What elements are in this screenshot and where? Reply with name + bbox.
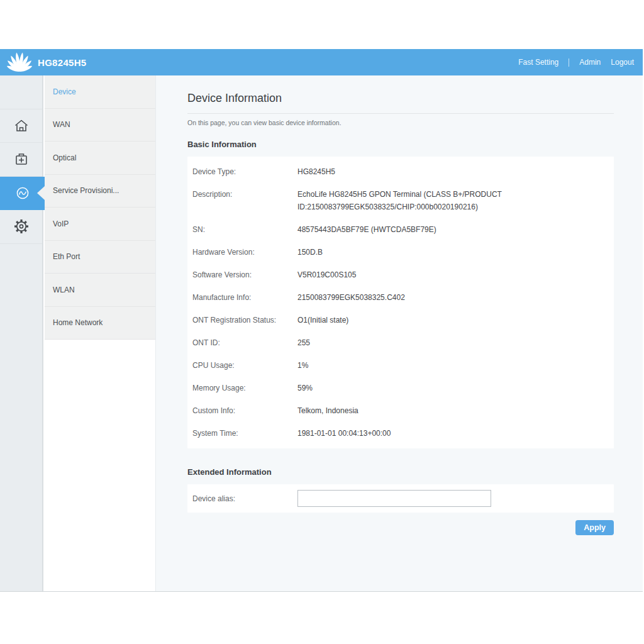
row-value: 1981-01-01 00:04:13+00:00: [297, 427, 391, 440]
page-title: Device Information: [187, 92, 643, 105]
row-value: 150D.B: [297, 246, 323, 258]
page-note: On this page, you can view basic device …: [187, 119, 643, 126]
sidebar-item-status-active[interactable]: [0, 177, 45, 211]
device-model-title: HG8245H5: [38, 57, 86, 68]
submenu-column: Device WAN Optical Service Provisioni...…: [45, 75, 155, 591]
app-body: Device WAN Optical Service Provisioni...…: [0, 75, 643, 592]
table-row: Hardware Version:150D.B: [192, 241, 608, 264]
table-row: CPU Usage:1%: [192, 354, 608, 377]
row-value: 255: [297, 336, 310, 349]
menu-item-eth-port[interactable]: Eth Port: [45, 241, 155, 274]
menu-item-wan[interactable]: WAN: [45, 109, 155, 142]
row-value: 1%: [297, 359, 308, 372]
row-label: SN:: [192, 223, 297, 236]
table-row: SN:48575443DA5BF79E (HWTCDA5BF79E): [192, 218, 608, 241]
extended-information-heading: Extended Information: [187, 467, 643, 477]
extended-information-card: Device alias:: [187, 484, 614, 513]
row-value: 48575443DA5BF79E (HWTCDA5BF79E): [297, 223, 436, 236]
apply-bar: Apply: [187, 520, 614, 535]
icon-sidebar: [0, 75, 43, 591]
row-label: Description:: [192, 188, 297, 201]
device-add-icon: [13, 150, 30, 168]
row-value: V5R019C00S105: [297, 269, 356, 281]
row-value: O1(Initial state): [297, 314, 348, 326]
basic-information-card: Device Type:HG8245H5 Description:EchoLif…: [187, 157, 614, 448]
menu-item-wlan[interactable]: WLAN: [45, 274, 155, 307]
row-value: EchoLife HG8245H5 GPON Terminal (CLASS B…: [297, 188, 568, 213]
row-value: 2150083799EGK5038325.C402: [297, 291, 405, 304]
row-value: Telkom, Indonesia: [297, 404, 358, 417]
table-row: System Time:1981-01-01 00:04:13+00:00: [192, 422, 608, 445]
menu-item-device[interactable]: Device: [45, 75, 155, 109]
row-value: 59%: [297, 382, 313, 394]
table-row: Device Type:HG8245H5: [192, 160, 608, 183]
screen: HG8245H5 Fast Setting Admin Logout: [0, 0, 644, 644]
main-content: Device Information On this page, you can…: [155, 75, 643, 591]
icon-sidebar-spacer: [0, 75, 42, 109]
table-row: ONT ID:255: [192, 331, 608, 354]
menu-item-service-provisioning[interactable]: Service Provisioni...: [45, 175, 155, 208]
table-row: ONT Registration Status:O1(Initial state…: [192, 309, 608, 331]
table-row: Software Version:V5R019C00S105: [192, 264, 608, 286]
title-divider: [187, 113, 614, 114]
apply-button[interactable]: Apply: [575, 520, 614, 535]
row-label: Memory Usage:: [192, 382, 297, 394]
table-row: Memory Usage:59%: [192, 377, 608, 399]
row-label: CPU Usage:: [192, 359, 297, 372]
admin-link[interactable]: Admin: [579, 58, 601, 67]
submenu-list: Device WAN Optical Service Provisioni...…: [45, 75, 155, 340]
row-label: ONT Registration Status:: [192, 314, 297, 326]
row-label: Custom Info:: [192, 404, 297, 417]
row-label: Device Type:: [192, 165, 297, 178]
row-value: HG8245H5: [297, 165, 335, 178]
sidebar-item-settings[interactable]: [0, 210, 42, 244]
table-row: Manufacture Info:2150083799EGK5038325.C4…: [192, 286, 608, 309]
sidebar-item-home[interactable]: [0, 109, 42, 143]
basic-information-heading: Basic Information: [187, 140, 643, 149]
menu-item-optical[interactable]: Optical: [45, 142, 155, 175]
fast-setting-link[interactable]: Fast Setting: [518, 58, 558, 67]
app-header: HG8245H5 Fast Setting Admin Logout: [0, 49, 643, 75]
table-row: Custom Info:Telkom, Indonesia: [192, 399, 608, 422]
menu-item-home-network[interactable]: Home Network: [45, 307, 155, 340]
device-alias-label: Device alias:: [192, 494, 297, 503]
sidebar-item-device-add[interactable]: [0, 143, 42, 177]
status-wave-icon: [13, 184, 32, 203]
row-label: Hardware Version:: [192, 246, 297, 258]
row-label: System Time:: [192, 427, 297, 440]
logout-link[interactable]: Logout: [611, 58, 634, 67]
header-nav: Fast Setting Admin Logout: [518, 58, 634, 67]
device-alias-input[interactable]: [297, 490, 491, 507]
nav-divider: [569, 58, 569, 67]
table-row: Description:EchoLife HG8245H5 GPON Termi…: [192, 183, 608, 218]
menu-item-voip[interactable]: VoIP: [45, 208, 155, 241]
row-label: Software Version:: [192, 269, 297, 281]
huawei-logo-icon: [5, 50, 34, 74]
gear-icon: [13, 218, 30, 235]
row-label: Manufacture Info:: [192, 291, 297, 304]
row-label: ONT ID:: [192, 336, 297, 349]
home-icon: [13, 117, 30, 135]
